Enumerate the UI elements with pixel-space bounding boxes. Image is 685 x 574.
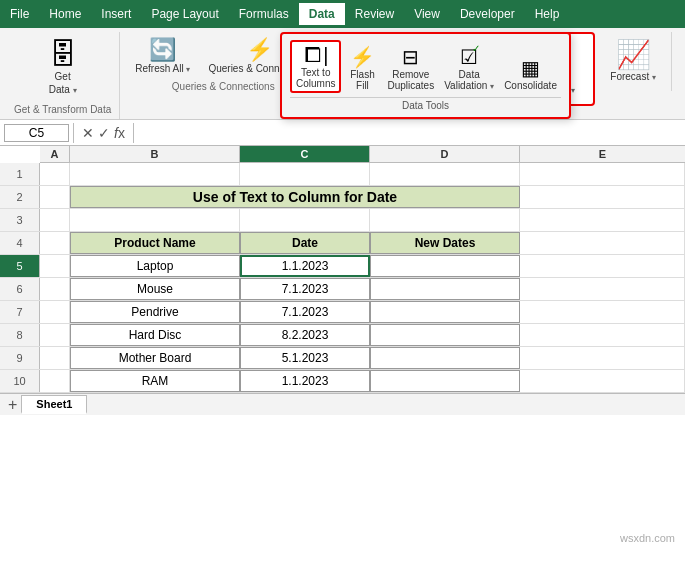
menu-file[interactable]: File [0,3,39,25]
cell-D6[interactable] [370,278,520,300]
cell-C3[interactable] [240,209,370,231]
cell-B1[interactable] [70,163,240,185]
col-header-C: C [240,146,370,162]
col-header-B: B [70,146,240,162]
cell-E4[interactable] [520,232,685,254]
table-row: 7 Pendrive 7.1.2023 [0,301,685,324]
table-row: 1 [0,163,685,186]
cell-A1[interactable] [40,163,70,185]
cancel-formula-icon[interactable]: ✕ [82,125,94,141]
cell-A9[interactable] [40,347,70,369]
cell-A4[interactable] [40,232,70,254]
new-dates-header[interactable]: New Dates [370,232,520,254]
ribbon: 🗄 Get Data ▾ Get & Transform Data 🔄 Refr… [0,28,685,120]
table-row: 5 Laptop 1.1.2023 [0,255,685,278]
menu-help[interactable]: Help [525,3,570,25]
ribbon-group-get-transform: 🗄 Get Data ▾ Get & Transform Data [6,32,120,119]
row-num-4: 4 [0,232,40,254]
cell-reference-input[interactable] [4,124,69,142]
cell-D8[interactable] [370,324,520,346]
cell-A3[interactable] [40,209,70,231]
cell-B7[interactable]: Pendrive [70,301,240,323]
cell-E3[interactable] [520,209,685,231]
product-name-header[interactable]: Product Name [70,232,240,254]
cell-E7[interactable] [520,301,685,323]
menu-bar: File Home Insert Page Layout Formulas Da… [0,0,685,28]
get-data-button[interactable]: 🗄 Get Data ▾ [38,36,88,100]
database-icon: 🗄 [49,41,77,69]
col-header-D: D [370,146,520,162]
cell-A6[interactable] [40,278,70,300]
cell-C9[interactable]: 5.1.2023 [240,347,370,369]
cell-D7[interactable] [370,301,520,323]
cell-D3[interactable] [370,209,520,231]
forecast-button[interactable]: 📈 Forecast ▾ [603,36,663,87]
cell-C5[interactable]: 1.1.2023 [240,255,370,277]
cell-C1[interactable] [240,163,370,185]
row-num-1: 1 [0,163,40,185]
cell-A2[interactable] [40,186,70,208]
cell-E2[interactable] [520,186,685,208]
data-validation-button[interactable]: ☑ DataValidation ▾ [440,43,498,93]
cell-B3[interactable] [70,209,240,231]
remove-duplicates-button[interactable]: ⊟ RemoveDuplicates [383,43,438,93]
row-num-9: 9 [0,347,40,369]
add-sheet-button[interactable]: + [4,396,21,414]
cell-C7[interactable]: 7.1.2023 [240,301,370,323]
sheet-tabs: + Sheet1 [0,393,685,415]
row-num-8: 8 [0,324,40,346]
menu-view[interactable]: View [404,3,450,25]
cell-B9[interactable]: Mother Board [70,347,240,369]
insert-function-icon[interactable]: fx [114,125,125,141]
row-num-7: 7 [0,301,40,323]
formula-functions: ✕ ✓ fx [78,125,129,141]
menu-data[interactable]: Data [299,3,345,25]
table-row: 8 Hard Disc 8.2.2023 [0,324,685,347]
cell-D5[interactable] [370,255,520,277]
title-cell[interactable]: Use of Text to Column for Date [70,186,520,208]
consolidate-button[interactable]: ▦ Consolidate [500,54,561,93]
menu-developer[interactable]: Developer [450,3,525,25]
cell-D1[interactable] [370,163,520,185]
cell-D10[interactable] [370,370,520,392]
cell-A7[interactable] [40,301,70,323]
confirm-formula-icon[interactable]: ✓ [98,125,110,141]
cell-A10[interactable] [40,370,70,392]
cell-C8[interactable]: 8.2.2023 [240,324,370,346]
date-header[interactable]: Date [240,232,370,254]
text-to-columns-button[interactable]: ⧠| Text toColumns [290,40,341,93]
cell-E6[interactable] [520,278,685,300]
ribbon-group-outline: ▤ Outline ▾ [672,32,685,91]
refresh-icon: 🔄 [149,39,176,61]
cell-E10[interactable] [520,370,685,392]
cell-A8[interactable] [40,324,70,346]
table-row: 3 [0,209,685,232]
cell-B8[interactable]: Hard Disc [70,324,240,346]
cell-E5[interactable] [520,255,685,277]
cell-C6[interactable]: 7.1.2023 [240,278,370,300]
menu-insert[interactable]: Insert [91,3,141,25]
cell-E8[interactable] [520,324,685,346]
consolidate-icon: ▦ [521,56,540,80]
row-num-6: 6 [0,278,40,300]
sheet-tab-sheet1[interactable]: Sheet1 [21,395,87,414]
cell-A5[interactable] [40,255,70,277]
cell-E9[interactable] [520,347,685,369]
menu-page-layout[interactable]: Page Layout [141,3,228,25]
menu-review[interactable]: Review [345,3,404,25]
cell-C10[interactable]: 1.1.2023 [240,370,370,392]
cell-B5[interactable]: Laptop [70,255,240,277]
formula-divider [73,123,74,143]
cell-B6[interactable]: Mouse [70,278,240,300]
outline-button[interactable]: ▤ Outline ▾ [680,36,685,87]
formula-divider2 [133,123,134,143]
ribbon-group-forecast: 📈 Forecast ▾ [595,32,672,91]
menu-formulas[interactable]: Formulas [229,3,299,25]
cell-E1[interactable] [520,163,685,185]
formula-input[interactable] [138,125,681,141]
cell-D9[interactable] [370,347,520,369]
refresh-all-button[interactable]: 🔄 Refresh All ▾ [128,36,197,77]
cell-B10[interactable]: RAM [70,370,240,392]
menu-home[interactable]: Home [39,3,91,25]
flash-fill-button[interactable]: ⚡ FlashFill [343,43,381,93]
